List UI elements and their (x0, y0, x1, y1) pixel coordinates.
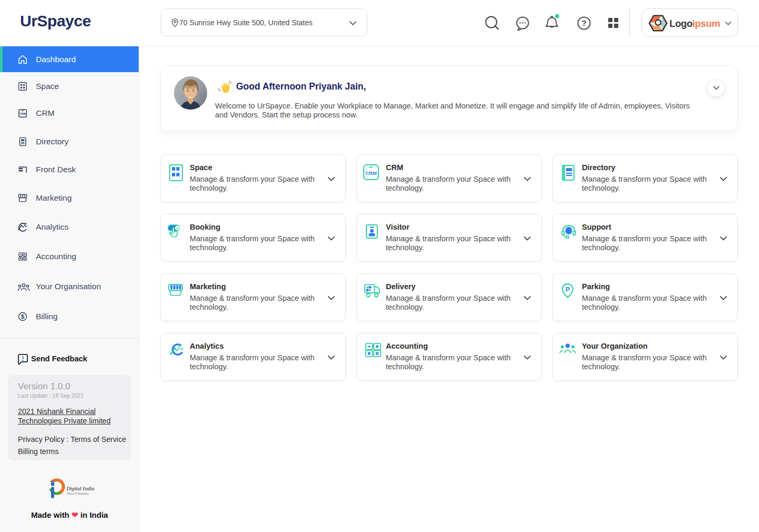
svg-text:CRM: CRM (365, 170, 377, 176)
svg-text:Digital India: Digital India (66, 486, 94, 491)
svg-text:Power To Empower: Power To Empower (67, 492, 89, 495)
svg-text:?: ? (581, 18, 586, 27)
svg-text:P: P (566, 286, 570, 293)
svg-text:$: $ (21, 313, 24, 319)
svg-text:CRM: CRM (20, 112, 26, 115)
